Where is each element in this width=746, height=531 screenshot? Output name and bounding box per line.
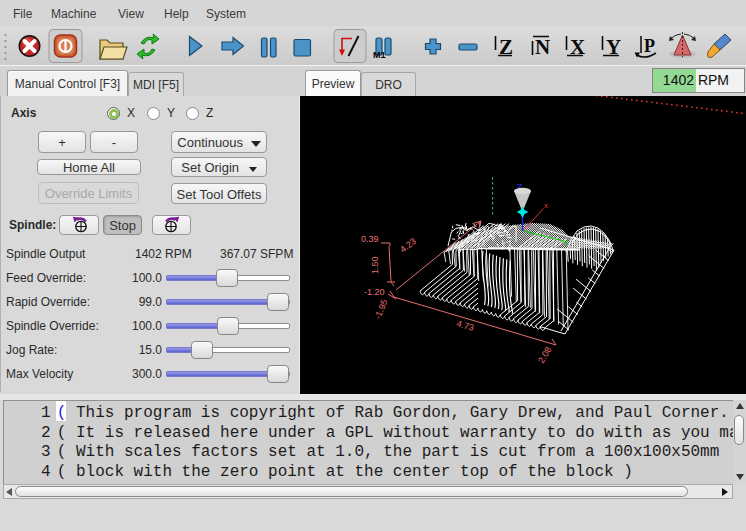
svg-text:M1: M1 [373, 50, 386, 60]
svg-text:P: P [644, 36, 655, 56]
svg-text:-1.20: -1.20 [364, 287, 385, 297]
svg-text:x: x [544, 201, 548, 210]
svg-text:N: N [535, 35, 550, 59]
svg-text:-1.95: -1.95 [373, 298, 390, 321]
svg-text:1.50: 1.50 [370, 256, 380, 274]
svg-text:0.39: 0.39 [361, 234, 379, 244]
svg-text:2.08: 2.08 [536, 345, 553, 365]
svg-text:4.23: 4.23 [398, 236, 418, 255]
svg-text:y: y [564, 237, 568, 246]
